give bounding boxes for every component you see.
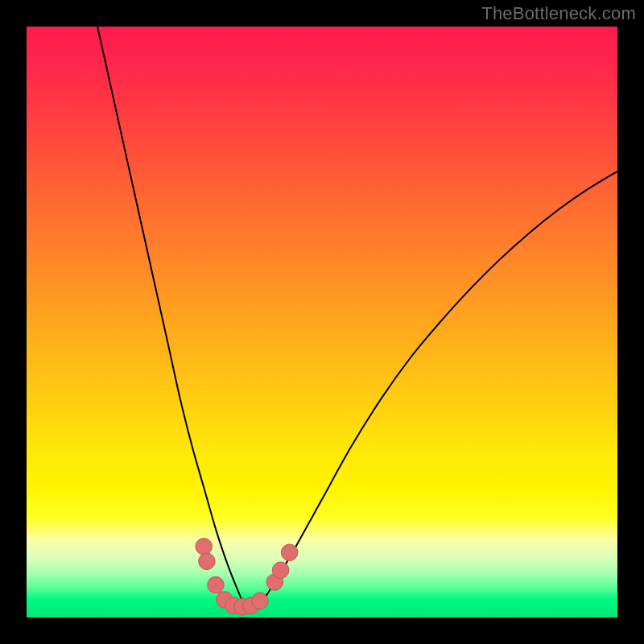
curve-marker: [272, 562, 289, 579]
chart-frame: TheBottleneck.com: [0, 0, 644, 644]
curve-marker: [208, 576, 225, 593]
curve-marker: [252, 592, 269, 609]
plot-area: [27, 27, 617, 617]
curve-marker: [196, 539, 213, 555]
curve-marker: [281, 544, 298, 561]
watermark-text: TheBottleneck.com: [481, 3, 636, 24]
bottleneck-curve: [97, 27, 617, 607]
curve-marker: [199, 553, 216, 570]
marker-group: [196, 539, 298, 615]
curve-layer: [27, 27, 617, 617]
